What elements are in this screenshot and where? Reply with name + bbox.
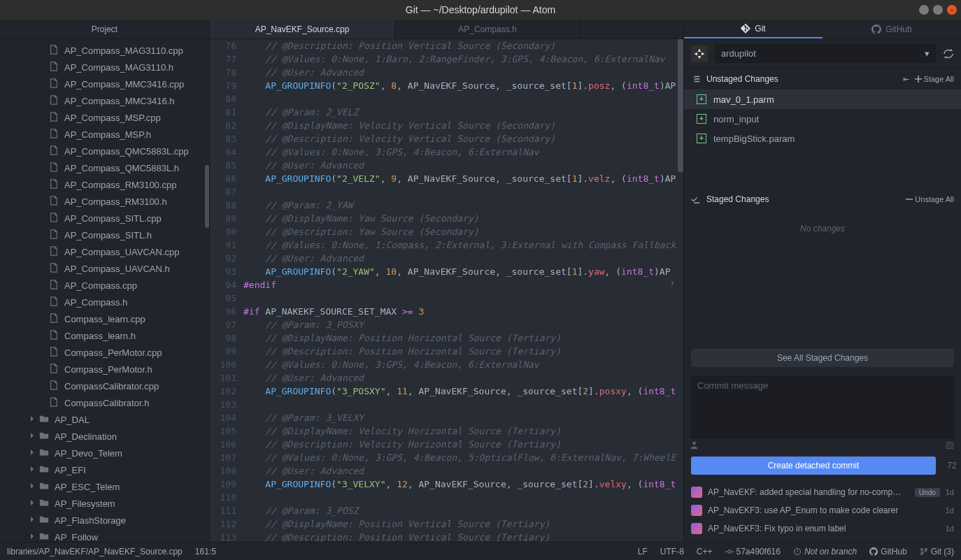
recent-commit[interactable]: AP_NavEKF3: use AP_Enum to make code cle… [684,501,961,519]
recent-commit[interactable]: AP_NavEKF3: Fix typo in enum label1d [684,519,961,538]
unstaged-file[interactable]: +tempBigStick.param [684,129,961,148]
stage-all-button[interactable]: Stage All [915,75,954,83]
tree-folder[interactable]: AP_Declination [0,428,209,445]
github-icon [869,547,878,556]
see-all-staged-button[interactable]: See All Staged Changes [691,349,954,367]
list-icon [691,74,701,84]
code[interactable]: // @Description: Position Vertical Sourc… [243,39,683,542]
chevron-down-icon: ▾ [925,48,930,59]
svg-point-2 [920,548,923,550]
tab-git[interactable]: Git [684,20,823,38]
tree-folder[interactable]: AP_Devo_Telem [0,445,209,461]
sb-eol[interactable]: LF [638,547,648,557]
editor-tab[interactable]: AP_NavEKF_Source.cpp [210,20,395,38]
unstage-all-button[interactable]: Unstage All [906,195,954,203]
sb-encoding[interactable]: UTF-8 [660,547,684,557]
tab-github[interactable]: GitHub [823,20,961,38]
tree-folder[interactable]: AP_DAL [0,411,209,428]
tree-file[interactable]: Compass_PerMotor.cpp [0,344,209,361]
sb-github[interactable]: GitHub [869,547,906,557]
expand-icon[interactable] [946,441,954,450]
tree-scrollbar[interactable] [205,165,209,228]
tree-file[interactable]: Compass_learn.h [0,327,209,344]
sb-lang[interactable]: C++ [697,547,713,557]
tree-file[interactable]: AP_Compass_QMC5883L.h [0,159,209,176]
file-tree[interactable]: AP_Compass_MAG3110.cppAP_Compass_MAG3110… [0,39,209,542]
sync-icon[interactable] [943,48,954,59]
branch-select[interactable]: ardupilot ▾ [715,45,936,63]
tree-file[interactable]: Compass_PerMotor.h [0,361,209,378]
tree-file[interactable]: AP_Compass_MAG3110.cpp [0,42,209,59]
statusbar: libraries/AP_NavEKF/AP_NavEKF_Source.cpp… [0,542,961,560]
file-icon [49,347,60,358]
sidebar-header: Project [0,20,209,39]
git-pane: Git GitHub ardupilot ▾ Unstaged Changes [683,20,961,542]
tree-file[interactable]: AP_Compass_MMC3416.h [0,92,209,109]
sb-commit[interactable]: 57a490f616 [725,547,781,557]
tree-file[interactable]: AP_Compass.h [0,294,209,310]
editor-tab[interactable]: AP_Compass.h [395,20,581,38]
folder-icon [39,414,50,425]
maximize-icon[interactable] [933,5,943,15]
undo-button[interactable]: Undo [915,488,940,497]
tree-folder[interactable]: AP_ESC_Telem [0,478,209,495]
sb-path[interactable]: libraries/AP_NavEKF/AP_NavEKF_Source.cpp [7,547,183,557]
recent-commit[interactable]: AP_NavEKF: added special handling for no… [684,483,961,501]
file-icon [49,213,60,224]
chevron-right-icon [29,450,36,457]
file-icon [49,112,60,123]
avatar-icon [691,523,702,534]
project-logo-icon [691,45,708,62]
file-icon [49,78,60,89]
tree-file[interactable]: CompassCalibrator.cpp [0,378,209,394]
tree-file[interactable]: AP_Compass.cpp [0,277,209,294]
tree-file[interactable]: AP_Compass_MSP.cpp [0,109,209,126]
folder-icon [39,498,50,509]
check-list-icon [691,194,701,204]
git-tabs: Git GitHub [684,20,961,39]
chevron-right-icon [29,466,36,473]
sb-git[interactable]: Git (3) [920,547,954,557]
coauthor-icon[interactable] [691,441,699,450]
tree-file[interactable]: CompassCalibrator.h [0,394,209,411]
create-commit-button[interactable]: Create detached commit [691,457,936,475]
code-area[interactable]: 76 77 78 79 80 81 82 83 84 85 86 87 88 8… [210,39,683,542]
add-icon: + [697,114,706,124]
tree-file[interactable]: AP_Compass_UAVCAN.h [0,260,209,277]
tree-file[interactable]: AP_Compass_UAVCAN.cpp [0,243,209,260]
editor-pane: AP_NavEKF_Source.cppAP_Compass.h 76 77 7… [210,20,683,542]
expand-arrow-icon[interactable]: › [671,277,682,288]
file-icon [49,364,60,375]
tree-file[interactable]: AP_Compass_MSP.h [0,126,209,143]
tree-folder[interactable]: AP_FlashStorage [0,512,209,529]
tree-file[interactable]: AP_Compass_QMC5883L.cpp [0,143,209,159]
chevron-right-icon [29,433,36,440]
tree-folder[interactable]: AP_Follow [0,529,209,542]
unstaged-file[interactable]: +mav_0_1.parm [684,89,961,109]
tree-file[interactable]: AP_Compass_SITL.cpp [0,210,209,227]
editor-scrollbar[interactable] [678,39,683,172]
tree-folder[interactable]: AP_EFI [0,461,209,478]
tree-file[interactable]: AP_Compass_MMC3416.cpp [0,76,209,92]
sb-cursor[interactable]: 161:5 [195,547,216,557]
tree-file[interactable]: Compass_learn.cpp [0,310,209,327]
file-icon [49,229,60,240]
collapse-icon[interactable]: ⇤ [903,75,909,84]
unstaged-file[interactable]: +norm_input [684,109,961,129]
chevron-right-icon [29,517,36,524]
commit-message-input[interactable]: Commit message [691,375,954,438]
tree-file[interactable]: AP_Compass_RM3100.h [0,193,209,210]
staged-header: Staged Changes Unstage All [684,189,961,210]
tree-file[interactable]: AP_Compass_SITL.h [0,227,209,243]
window-controls: × [919,5,957,15]
minimize-icon[interactable] [919,5,929,15]
close-icon[interactable]: × [947,5,957,15]
tree-file[interactable]: AP_Compass_RM3100.cpp [0,176,209,193]
commit-icon [725,547,734,556]
svg-point-0 [727,550,731,553]
sb-branch[interactable]: Not on branch [793,547,857,557]
chevron-right-icon [29,500,36,507]
tree-folder[interactable]: AP_Filesystem [0,495,209,512]
tree-file[interactable]: AP_Compass_MAG3110.h [0,59,209,76]
file-icon [49,246,60,257]
